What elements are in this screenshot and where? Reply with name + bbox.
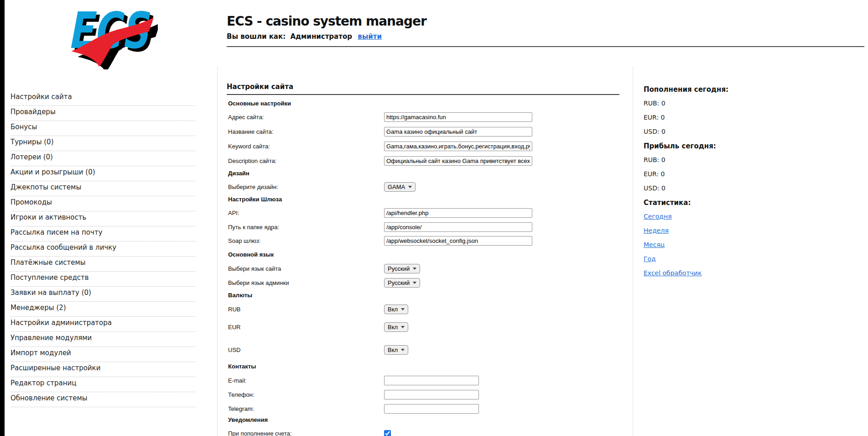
ecs-logo[interactable]: ECS ECS	[63, 7, 158, 69]
login-status: Вы вошли как: Администратор выйти	[227, 32, 426, 41]
sidebar-item-pm-mailing[interactable]: Рассылка сообщений в личку	[10, 242, 195, 257]
field-row-rub: RUB Вкл	[228, 304, 408, 314]
sidebar-item-site-settings[interactable]: Настройки сайта	[10, 91, 195, 106]
profit-eur: EUR: 0	[644, 170, 780, 184]
left-edge-bar	[0, 0, 5, 436]
usd-select[interactable]: Вкл	[384, 345, 408, 355]
sidebar-item-incoming-funds[interactable]: Поступление средств	[10, 272, 195, 287]
site-lang-value: Русский	[388, 265, 410, 272]
field-row-site-address: Адрес сайта:	[228, 112, 532, 122]
sidebar-item-bonuses[interactable]: Бонусы	[10, 121, 195, 136]
section-notifications: Уведомления	[228, 416, 268, 423]
sidebar-menu: Настройки сайта Провайдеры Бонусы Турнир…	[10, 91, 195, 407]
login-user: Администратор	[290, 32, 352, 41]
eur-select[interactable]: Вкл	[384, 322, 408, 332]
field-row-usd: USD Вкл	[228, 345, 408, 355]
field-row-design: Выберите дизайн: GAMA	[228, 182, 416, 192]
stats-link-today[interactable]: Сегодня	[644, 213, 672, 220]
stats-link-week[interactable]: Неделя	[644, 227, 669, 234]
design-select-value: GAMA	[388, 184, 405, 190]
design-label: Выберите дизайн:	[228, 184, 384, 190]
sidebar-item-system-update[interactable]: Обновление системы	[10, 392, 195, 407]
site-name-input[interactable]	[384, 127, 532, 137]
sidebar-item-payout-requests[interactable]: Заявки на выплату (0)	[10, 287, 195, 302]
sidebar-item-admin-settings[interactable]: Настройки администратора	[10, 317, 195, 332]
sidebar-item-players-activity[interactable]: Игроки и активность	[10, 211, 195, 226]
sidebar-item-jackpots[interactable]: Джекпоты системы	[10, 181, 195, 196]
statistics-title: Статистика:	[644, 199, 780, 213]
usd-label: USD	[228, 347, 384, 353]
field-row-soap: Soap шлюз:	[228, 236, 532, 246]
admin-lang-select[interactable]: Русский	[384, 278, 420, 288]
soap-label: Soap шлюз:	[228, 237, 384, 244]
deposit-notify-checkbox[interactable]	[384, 430, 391, 436]
chevron-down-icon	[413, 282, 416, 284]
rub-label: RUB	[228, 306, 384, 313]
header-divider	[227, 46, 864, 47]
description-label: Description сайта:	[228, 158, 384, 164]
keyword-label: Keyword сайта:	[228, 143, 384, 150]
api-input[interactable]	[384, 208, 532, 218]
core-path-input[interactable]	[384, 222, 532, 232]
chevron-down-icon	[401, 308, 405, 310]
field-row-deposit-notify: При пополнение счета:	[228, 428, 391, 436]
site-lang-label: Выбери язык сайта	[228, 265, 384, 272]
sidebar-item-page-editor[interactable]: Редактор страниц	[10, 377, 195, 392]
telegram-label: Telegram:	[228, 405, 384, 412]
core-path-label: Путь к папке ядра:	[228, 224, 384, 231]
deposits-usd: USD: 0	[644, 128, 780, 142]
site-lang-select[interactable]: Русский	[384, 264, 420, 273]
sidebar-item-promocodes[interactable]: Промокоды	[10, 196, 195, 211]
email-field[interactable]	[384, 376, 479, 385]
app-title: ECS - casino system manager	[227, 14, 426, 29]
profit-today-title: Прибыль сегодня:	[644, 142, 780, 156]
sidebar-item-providers[interactable]: Провайдеры	[10, 106, 195, 121]
chevron-down-icon	[401, 349, 405, 351]
site-address-label: Адрес сайта:	[228, 114, 384, 121]
page-title: Настройки сайта	[227, 83, 293, 91]
keyword-input[interactable]	[384, 142, 532, 151]
phone-field[interactable]	[384, 390, 479, 399]
sidebar-item-managers[interactable]: Менеджеры (2)	[10, 302, 195, 317]
field-row-keyword: Keyword сайта:	[228, 141, 532, 151]
description-input[interactable]	[384, 156, 532, 166]
usd-value: Вкл	[388, 347, 398, 353]
sidebar-item-module-management[interactable]: Управление модулями	[10, 332, 195, 347]
profit-rub: RUB: 0	[644, 156, 780, 170]
logout-link[interactable]: выйти	[358, 32, 382, 41]
soap-input[interactable]	[384, 236, 532, 246]
sidebar-item-advanced-settings[interactable]: Расширенные настройки	[10, 362, 195, 377]
field-row-email: E-mail:	[228, 375, 479, 385]
email-label: E-mail:	[228, 377, 384, 384]
stats-link-year[interactable]: Год	[644, 255, 656, 263]
sidebar-item-email-mailing[interactable]: Рассылка писем на почту	[10, 226, 195, 242]
telegram-field[interactable]	[384, 404, 479, 414]
sidebar-item-promotions[interactable]: Акции и розыгрыши (0)	[10, 166, 195, 181]
chevron-down-icon	[408, 186, 412, 188]
design-select[interactable]: GAMA	[384, 182, 416, 192]
field-row-api: API:	[228, 208, 532, 218]
field-row-admin-lang: Выбери язык админки Русский	[228, 278, 420, 288]
section-currencies: Валюты	[228, 292, 252, 299]
eur-value: Вкл	[388, 324, 398, 331]
section-language: Основной язык	[228, 251, 274, 258]
field-row-site-name: Название сайта:	[228, 126, 532, 137]
login-prefix: Вы вошли как:	[227, 32, 286, 41]
sidebar-item-module-import[interactable]: Импорт модулей	[10, 347, 195, 362]
stats-panel: Пополнения сегодня: RUB: 0 EUR: 0 USD: 0…	[644, 85, 780, 284]
site-name-label: Название сайта:	[228, 128, 384, 135]
stats-link-month[interactable]: Месяц	[644, 241, 665, 248]
profit-usd: USD: 0	[644, 184, 780, 199]
rub-select[interactable]: Вкл	[384, 305, 408, 314]
sidebar-item-lotteries[interactable]: Лотереи (0)	[10, 151, 195, 166]
page-title-divider	[227, 94, 619, 95]
field-row-telegram: Telegram:	[228, 404, 479, 414]
deposit-notify-label: При пополнение счета:	[228, 430, 384, 436]
stats-link-excel-handler[interactable]: Excel обработчик	[644, 269, 702, 277]
sidebar-item-tournaments[interactable]: Турниры (0)	[10, 136, 195, 151]
sidebar-item-payment-systems[interactable]: Платёжные системы	[10, 257, 195, 272]
site-address-input[interactable]	[384, 112, 532, 122]
deposits-rub: RUB: 0	[644, 100, 780, 114]
api-label: API:	[228, 210, 384, 216]
sidebar-main-divider	[217, 66, 218, 436]
